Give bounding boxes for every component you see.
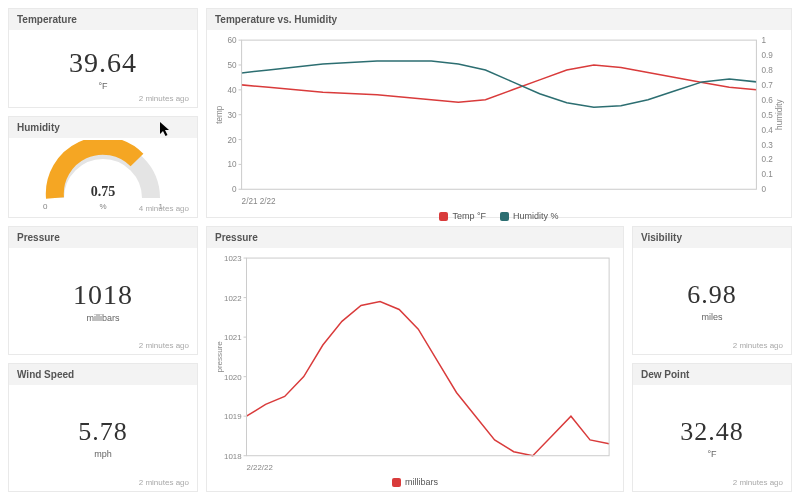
svg-text:0.3: 0.3 [762, 141, 774, 150]
pressure-value: 1018 [73, 279, 133, 311]
temperature-value: 39.64 [69, 47, 137, 79]
svg-text:0: 0 [762, 185, 767, 194]
timestamp: 2 minutes ago [139, 341, 189, 350]
chart-pressure[interactable]: 101810191020102110221023pressure2/22/22 [213, 252, 617, 474]
svg-text:1021: 1021 [224, 333, 242, 342]
svg-text:0.8: 0.8 [762, 66, 774, 75]
panel-title: Visibility [633, 227, 791, 248]
panel-temperature: Temperature 39.64 °F 2 minutes ago [8, 8, 198, 108]
gauge-min: 0 [43, 202, 47, 211]
timestamp: 4 minutes ago [139, 204, 189, 213]
svg-text:0.9: 0.9 [762, 51, 774, 60]
svg-text:0.5: 0.5 [762, 111, 774, 120]
panel-humidity: Humidity 0.75 0 % 1 4 minutes ago [8, 116, 198, 218]
panel-pressure-value: Pressure 1018 millibars 2 minutes ago [8, 226, 198, 355]
dewpoint-value: 32.48 [680, 417, 744, 447]
svg-text:0.4: 0.4 [762, 126, 774, 135]
panel-title: Pressure [9, 227, 197, 248]
svg-rect-43 [247, 258, 610, 456]
panel-dew-point: Dew Point 32.48 °F 2 minutes ago [632, 363, 792, 492]
svg-text:humidity: humidity [775, 99, 784, 130]
svg-text:20: 20 [227, 136, 237, 145]
panel-title: Wind Speed [9, 364, 197, 385]
svg-text:1018: 1018 [224, 452, 242, 461]
panel-title: Temperature [9, 9, 197, 30]
svg-text:1: 1 [762, 36, 767, 45]
timestamp: 2 minutes ago [139, 94, 189, 103]
visibility-unit: miles [701, 312, 722, 322]
svg-text:30: 30 [227, 111, 237, 120]
timestamp: 2 minutes ago [139, 478, 189, 487]
svg-rect-28 [242, 40, 757, 189]
gauge-unit: % [99, 202, 106, 211]
chart-temp-vs-humidity[interactable]: 010203040506000.10.20.30.40.50.60.70.80.… [213, 34, 785, 208]
svg-text:10: 10 [227, 160, 237, 169]
wind-value: 5.78 [78, 417, 128, 447]
svg-text:40: 40 [227, 86, 237, 95]
visibility-value: 6.98 [687, 280, 737, 310]
wind-unit: mph [94, 449, 112, 459]
svg-text:60: 60 [227, 36, 237, 45]
panel-title: Temperature vs. Humidity [207, 9, 791, 30]
svg-text:pressure: pressure [215, 341, 224, 373]
timestamp: 2 minutes ago [733, 478, 783, 487]
temperature-unit: °F [98, 81, 107, 91]
panel-wind-speed: Wind Speed 5.78 mph 2 minutes ago [8, 363, 198, 492]
panel-title: Dew Point [633, 364, 791, 385]
svg-text:0.7: 0.7 [762, 81, 774, 90]
svg-text:2/21 2/22: 2/21 2/22 [242, 197, 276, 206]
svg-text:1023: 1023 [224, 254, 242, 263]
panel-visibility: Visibility 6.98 miles 2 minutes ago [632, 226, 792, 355]
legend-swatch-humidity-icon [500, 212, 509, 221]
svg-text:0: 0 [232, 185, 237, 194]
legend-swatch-temp-icon [439, 212, 448, 221]
svg-text:0.2: 0.2 [762, 155, 774, 164]
svg-text:0.1: 0.1 [762, 170, 774, 179]
legend-swatch-pressure-icon [392, 478, 401, 487]
humidity-value: 0.75 [43, 184, 163, 200]
panel-pressure-chart: Pressure 101810191020102110221023pressur… [206, 226, 624, 492]
svg-text:1020: 1020 [224, 373, 242, 382]
pressure-unit: millibars [86, 313, 119, 323]
svg-text:1022: 1022 [224, 294, 242, 303]
panel-title: Pressure [207, 227, 623, 248]
timestamp: 2 minutes ago [733, 341, 783, 350]
humidity-gauge: 0.75 [43, 140, 163, 200]
chart-legend: millibars [392, 474, 438, 491]
svg-text:0.6: 0.6 [762, 96, 774, 105]
svg-text:2/22/22: 2/22/22 [247, 463, 274, 472]
panel-temp-vs-humidity: Temperature vs. Humidity 010203040506000… [206, 8, 792, 218]
panel-title: Humidity [9, 117, 197, 138]
svg-text:50: 50 [227, 61, 237, 70]
dewpoint-unit: °F [707, 449, 716, 459]
svg-text:temp: temp [215, 105, 224, 124]
svg-text:1019: 1019 [224, 412, 242, 421]
chart-legend: Temp °F Humidity % [439, 208, 558, 225]
